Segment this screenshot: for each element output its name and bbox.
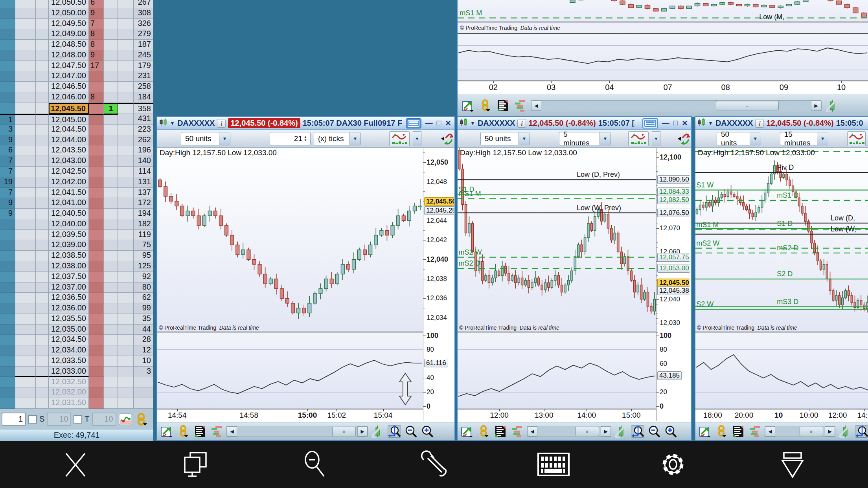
maximize-button[interactable]: □	[673, 119, 678, 128]
daily-candle-pane[interactable]: mS1 MLow (M,	[458, 0, 868, 22]
stop-checkbox[interactable]	[28, 415, 37, 424]
ladder-row[interactable]: 12,050.506267	[0, 0, 153, 8]
info-icon[interactable]: i	[755, 119, 764, 128]
timeframe-dropdown[interactable]: 15 minutes▼	[780, 132, 829, 145]
keyboard-button[interactable]	[406, 118, 421, 128]
ladder-row[interactable]: 12,039.0075	[0, 240, 153, 251]
scrollbar-thumb[interactable]: ≡	[576, 427, 599, 436]
maximize-button[interactable]: □	[437, 119, 441, 128]
link-icon[interactable]	[134, 413, 148, 426]
ladder-row[interactable]: 12,034.5028	[0, 335, 153, 345]
ladder-row[interactable]: 912,040.50194	[0, 209, 153, 219]
main-price-pane[interactable]: Day:High 12,157.50 Low 12,033.00 © ProRe…	[695, 148, 868, 332]
ladder-row[interactable]: 712,043.00140	[0, 156, 153, 167]
zoom-in-icon[interactable]	[664, 425, 677, 438]
chevron-down-icon[interactable]: ▼	[170, 120, 175, 126]
screens-icon[interactable]	[177, 447, 213, 482]
daily-indicator-pane[interactable]	[458, 34, 868, 81]
chart-plot-area[interactable]: Day:High 12,157.50 Low 12,033.00 © ProRe…	[157, 148, 423, 422]
keyboard-icon[interactable]	[536, 447, 571, 482]
swap-arrows-icon[interactable]	[440, 131, 454, 148]
link-icon[interactable]	[715, 425, 728, 438]
ladder-row[interactable]: 112,045.00431	[0, 114, 153, 125]
swap-arrows-icon[interactable]	[677, 131, 690, 148]
export-icon[interactable]	[160, 425, 174, 438]
close-icon[interactable]	[58, 447, 93, 482]
ladder-row[interactable]: 312,044.50223	[0, 125, 153, 135]
ladder-row[interactable]: 12,038.00125	[0, 261, 153, 272]
zoom-out-icon[interactable]	[647, 425, 661, 438]
ladder-row[interactable]: 12,039.50119	[0, 230, 153, 240]
ladder-row[interactable]: 12,033.003	[0, 367, 153, 377]
scroll-left-button[interactable]: ◀	[765, 426, 775, 437]
settings-gear-icon[interactable]	[655, 447, 691, 482]
vertical-resize-icon[interactable]	[399, 372, 412, 407]
scroll-right-button[interactable]: ▶	[601, 426, 611, 437]
ladder-row[interactable]: 12,033.5010	[0, 356, 153, 367]
ladder-row[interactable]: 12,047.00231	[0, 71, 153, 82]
tools-icon[interactable]	[416, 447, 452, 482]
ladder-row[interactable]: 12,049.008279	[0, 29, 153, 40]
ladder-row[interactable]: 912,041.00172	[0, 198, 153, 209]
close-button[interactable]: ✕	[445, 119, 451, 128]
chart-plot-area[interactable]: Day:High 12,157.50 Low 12,033.00 © ProRe…	[695, 148, 868, 422]
indicator-dropdown[interactable]: ▼	[652, 131, 660, 146]
indicator-pane[interactable]	[695, 332, 868, 409]
export-icon[interactable]	[461, 425, 474, 438]
market-depth-icon[interactable]	[748, 425, 761, 438]
link-icon[interactable]	[477, 425, 491, 438]
ladder-row[interactable]: 12,040.00182	[0, 219, 153, 230]
zoom-out-icon[interactable]	[297, 447, 332, 482]
chart-scrollbar[interactable]: ◀≡▶	[531, 100, 822, 111]
export-icon[interactable]	[699, 425, 712, 438]
ladder-row[interactable]: 12,032.00	[0, 387, 153, 398]
ladder-row[interactable]: 12,048.009245	[0, 50, 153, 61]
indicator-pane[interactable]	[157, 332, 423, 409]
ladder-row[interactable]: 12,038.5095	[0, 251, 153, 261]
minimize-button[interactable]: —	[662, 119, 669, 128]
zoom-fit-icon[interactable]	[631, 425, 644, 438]
ladder-row[interactable]: 12,036.5062	[0, 293, 153, 303]
orderbook-icon[interactable]	[496, 99, 509, 112]
market-depth-icon[interactable]	[210, 425, 223, 438]
ladder-row[interactable]: 12,049.507326	[0, 19, 153, 29]
ladder-row[interactable]: 12,032.50	[0, 377, 153, 388]
ladder-row[interactable]: 712,041.50137	[0, 188, 153, 198]
scroll-right-button[interactable]: ▶	[825, 426, 835, 437]
scroll-left-button[interactable]: ◀	[227, 426, 237, 437]
ladder-row[interactable]: 612,043.50196	[0, 145, 153, 156]
ladder-row[interactable]: 12,046.50258	[0, 82, 153, 92]
ladder-row[interactable]: 12,035.0044	[0, 325, 153, 335]
zoom-fit-icon[interactable]	[855, 425, 868, 438]
zoom-out-icon[interactable]	[404, 425, 417, 438]
scrollbar-thumb[interactable]: ≡	[716, 101, 779, 110]
ladder-row[interactable]: 12,037.5092	[0, 272, 153, 283]
ladder-row[interactable]: 12,045.501358	[0, 103, 153, 114]
chart-scrollbar[interactable]: ◀≡▶	[226, 426, 368, 437]
ladder-row[interactable]: 12,046.008184	[0, 92, 153, 103]
ladder-rows[interactable]: 12,050.50626712,050.00930812,049.5073261…	[0, 0, 153, 409]
titlebar[interactable]: ▼ DAXXXXX i 12,045.50 (-0.84%) 15:05:07 …	[458, 117, 691, 130]
ladder-row[interactable]: 912,044.00262	[0, 135, 153, 146]
chart-scrollbar[interactable]: ◀≡▶	[765, 426, 835, 437]
ladder-row[interactable]: 1912,042.00131	[0, 177, 153, 188]
titlebar[interactable]: ▼ DAXXXXX i 12,045.50 (-0.84%) 15:05:0	[695, 117, 868, 130]
indicators-button[interactable]	[847, 131, 866, 146]
ladder-row[interactable]: 12,047.5017179	[0, 61, 153, 72]
quantity-input[interactable]	[2, 413, 26, 426]
scrollbar-thumb[interactable]: ≡	[332, 427, 356, 436]
timeframe-dropdown[interactable]: 5 minutes▼	[559, 132, 611, 145]
price-axis[interactable]: 12,10012,090.5012,084.3312,082.5012,076.…	[656, 148, 690, 421]
info-icon[interactable]: i	[517, 119, 526, 128]
titlebar[interactable]: ▼ DAXXXXX i 12,045.50 (-0.84%) 15:05:07 …	[157, 117, 454, 130]
indicators-button[interactable]	[389, 131, 410, 146]
indicator-pane[interactable]	[458, 332, 656, 409]
keyboard-button[interactable]	[642, 118, 658, 128]
scroll-right-button[interactable]: ▶	[357, 426, 368, 437]
ladder-row[interactable]: 12,036.0099	[0, 303, 153, 314]
scroll-left-button[interactable]: ◀	[531, 101, 541, 111]
ladder-row[interactable]: 12,050.009308	[0, 8, 153, 19]
chart-mode-icon[interactable]	[119, 413, 132, 426]
filter-funnel-icon[interactable]	[775, 447, 810, 482]
orderbook-icon[interactable]	[494, 425, 507, 438]
